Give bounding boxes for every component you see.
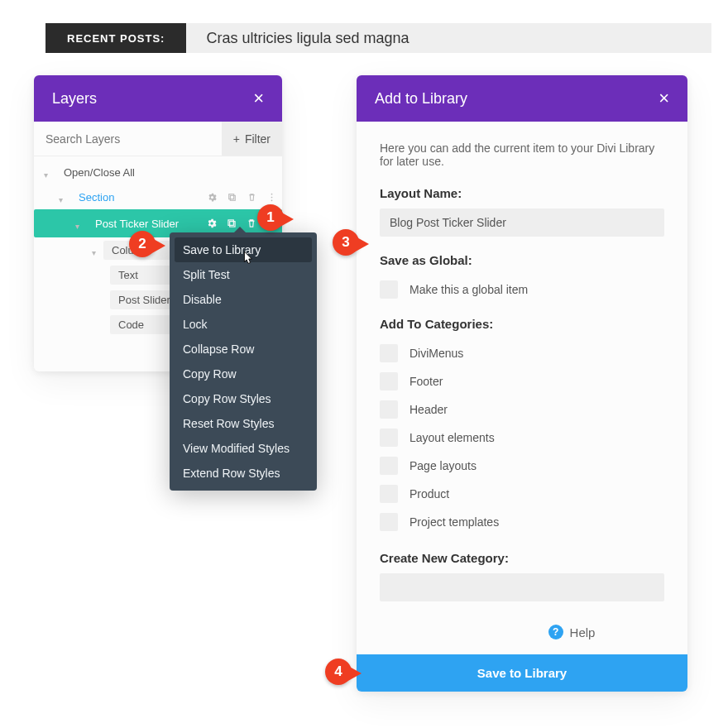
recent-posts-bar: RECENT POSTS: Cras ultricies ligula sed …: [46, 23, 711, 53]
category-row[interactable]: Footer: [380, 367, 664, 395]
checkbox[interactable]: [380, 400, 398, 419]
category-label: Layout elements: [410, 431, 495, 444]
category-label: Header: [410, 403, 448, 416]
checkbox[interactable]: [380, 344, 398, 362]
lib-intro-text: Here you can add the current item to you…: [380, 141, 664, 168]
checkbox[interactable]: [380, 280, 398, 299]
section-label: Section: [70, 188, 201, 207]
add-categories-label: Add To Categories:: [380, 317, 664, 331]
category-row[interactable]: Product: [380, 480, 664, 508]
save-global-label: Save as Global:: [380, 253, 664, 267]
more-icon[interactable]: [266, 218, 277, 229]
chevron-down-icon: [75, 219, 84, 228]
svg-rect-1: [228, 194, 233, 199]
svg-point-9: [271, 226, 272, 228]
lib-panel-header: Add to Library ×: [357, 75, 687, 122]
checkbox[interactable]: [380, 429, 398, 447]
category-row[interactable]: Project templates: [380, 508, 664, 536]
section-actions: [206, 191, 277, 203]
ctx-disable[interactable]: Disable: [175, 287, 312, 312]
checkbox[interactable]: [380, 457, 398, 475]
help-icon: ?: [548, 625, 563, 639]
chevron-down-icon: [44, 168, 52, 176]
create-category-label: Create New Category:: [380, 551, 664, 565]
help-row[interactable]: ? Help: [479, 625, 664, 639]
layout-name-label: Layout Name:: [380, 186, 664, 200]
category-row[interactable]: Layout elements: [380, 424, 664, 452]
add-to-library-panel: Add to Library × Here you can add the cu…: [357, 75, 687, 692]
help-label: Help: [570, 625, 596, 639]
layers-panel-header: Layers ×: [34, 75, 282, 122]
ctx-reset-row-styles[interactable]: Reset Row Styles: [175, 411, 312, 436]
gear-icon[interactable]: [206, 218, 218, 229]
open-close-all-label: Open/Close All: [55, 163, 277, 182]
close-icon[interactable]: ×: [253, 89, 264, 108]
create-category-input[interactable]: [380, 573, 664, 601]
category-label: Product: [410, 487, 449, 500]
svg-rect-6: [228, 220, 233, 225]
categories-list: DiviMenus Footer Header Layout elements …: [380, 339, 664, 536]
category-label: DiviMenus: [410, 347, 463, 360]
trash-icon[interactable]: [246, 218, 257, 229]
checkbox[interactable]: [380, 485, 398, 503]
lib-panel-body: Here you can add the current item to you…: [357, 122, 687, 654]
ctx-split-test[interactable]: Split Test: [175, 262, 312, 287]
more-icon[interactable]: [266, 191, 277, 203]
marker-number: 4: [325, 659, 352, 685]
ctx-view-modified-styles[interactable]: View Modified Styles: [175, 436, 312, 461]
layers-panel-title: Layers: [52, 90, 97, 108]
search-input[interactable]: [34, 122, 222, 156]
svg-point-8: [271, 223, 272, 224]
section-row[interactable]: Section: [34, 184, 282, 209]
trash-icon[interactable]: [246, 191, 257, 203]
category-row[interactable]: Header: [380, 395, 664, 424]
lib-panel-title: Add to Library: [375, 90, 467, 108]
svg-point-4: [271, 199, 272, 201]
marker-number: 3: [333, 229, 359, 256]
svg-point-7: [271, 219, 272, 221]
row-label: Post Ticker Slider: [87, 214, 201, 233]
open-close-all[interactable]: Open/Close All: [34, 160, 282, 184]
ctx-save-to-library[interactable]: Save to Library: [175, 237, 312, 262]
chevron-down-icon: [59, 193, 67, 201]
category-label: Footer: [410, 375, 443, 388]
ctx-lock[interactable]: Lock: [175, 312, 312, 337]
global-checkbox-row[interactable]: Make this a global item: [380, 275, 664, 304]
category-label: Project templates: [410, 515, 499, 529]
ctx-extend-row-styles[interactable]: Extend Row Styles: [175, 461, 312, 486]
checkbox[interactable]: [380, 513, 398, 531]
context-menu: Save to Library Split Test Disable Lock …: [170, 232, 317, 491]
recent-posts-label: RECENT POSTS:: [46, 23, 186, 53]
category-row[interactable]: Page layouts: [380, 452, 664, 480]
svg-point-2: [271, 193, 272, 194]
chevron-down-icon: [92, 246, 100, 254]
category-row[interactable]: DiviMenus: [380, 339, 664, 367]
ctx-copy-row[interactable]: Copy Row: [175, 362, 312, 386]
ctx-copy-row-styles[interactable]: Copy Row Styles: [175, 386, 312, 411]
close-icon[interactable]: ×: [659, 89, 669, 108]
recent-post-title[interactable]: Cras ultricies ligula sed magna: [186, 30, 409, 47]
filter-label: Filter: [245, 132, 271, 146]
global-checkbox-label: Make this a global item: [410, 283, 528, 296]
save-to-library-button[interactable]: Save to Library: [357, 654, 687, 692]
duplicate-icon[interactable]: [226, 191, 237, 203]
checkbox[interactable]: [380, 372, 398, 390]
layers-toolbar: + Filter: [34, 122, 282, 156]
svg-rect-0: [230, 195, 235, 200]
layout-name-input[interactable]: [380, 208, 664, 237]
category-label: Page layouts: [410, 459, 477, 472]
ctx-collapse-row[interactable]: Collapse Row: [175, 337, 312, 362]
filter-button[interactable]: + Filter: [222, 122, 282, 156]
gear-icon[interactable]: [206, 191, 218, 203]
plus-icon: +: [233, 132, 240, 146]
svg-point-3: [271, 196, 272, 198]
